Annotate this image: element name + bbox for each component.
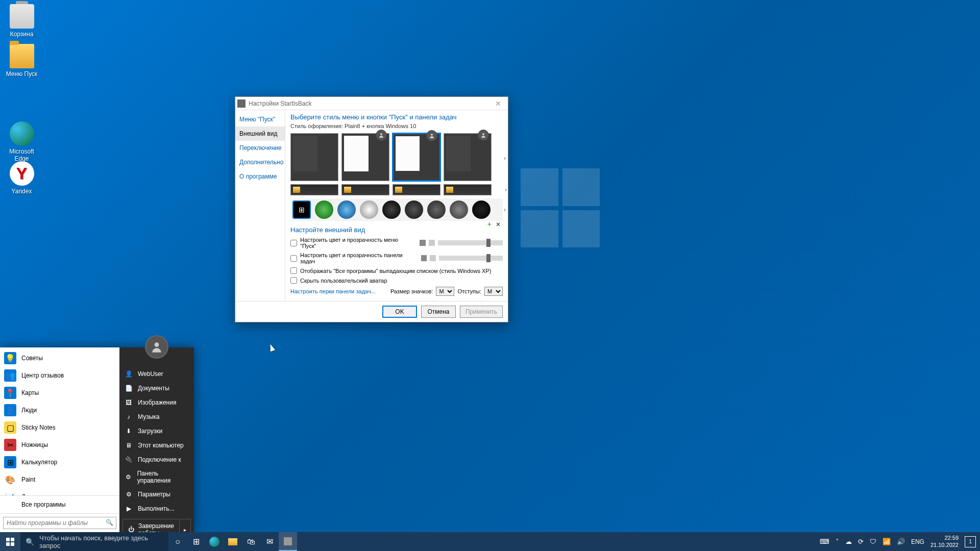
checkbox-xp-style[interactable] <box>290 267 297 274</box>
svg-rect-4 <box>6 538 10 541</box>
start-right-item[interactable]: ⬇Загрузки <box>119 424 194 438</box>
orb-dark3[interactable] <box>427 201 446 219</box>
start-right-item[interactable]: ⚙Панель управления <box>119 467 194 487</box>
checkbox-menu-color[interactable] <box>290 240 297 246</box>
desktop-icon-recycle-bin[interactable]: Корзина <box>3 4 41 38</box>
tray-clock[interactable]: 22:59 21.10.2022 <box>930 535 959 548</box>
start-app-item[interactable]: 📊Диспетчер задач <box>0 488 119 495</box>
taskbar-next-arrow[interactable]: › <box>505 186 507 193</box>
start-app-item[interactable]: 🎨Paint <box>0 471 119 488</box>
taskbar-explorer[interactable] <box>224 532 242 551</box>
start-app-item[interactable]: 👥Центр отзывов <box>0 367 119 384</box>
dialog-titlebar[interactable]: Настройки StartIsBack ✕ <box>235 97 508 110</box>
start-app-item[interactable]: ✂Ножницы <box>0 436 119 454</box>
start-app-item[interactable]: ▢Sticky Notes <box>0 419 119 436</box>
pc-icon: 🖥 <box>125 441 133 449</box>
orb-win7[interactable] <box>337 201 356 219</box>
orb-white[interactable] <box>360 201 378 219</box>
all-programs-item[interactable]: Все программы <box>0 495 119 513</box>
dialog-nav-item[interactable]: Меню "Пуск" <box>235 112 285 127</box>
start-app-item[interactable]: 📍Карты <box>0 384 119 402</box>
checkbox-taskbar-color[interactable] <box>290 255 297 262</box>
tray-input-indicator[interactable]: ⌨ <box>820 538 829 545</box>
ok-button[interactable]: OK <box>382 306 417 318</box>
style-next-arrow[interactable]: › <box>503 154 507 163</box>
icon-size-select[interactable]: M <box>436 287 454 296</box>
desktop-icon-yandex[interactable]: Y Yandex <box>3 161 41 195</box>
color-swatch-1b[interactable] <box>429 240 435 246</box>
taskbar-thumb-1[interactable] <box>290 184 338 195</box>
task-view-button[interactable]: ⊞ <box>187 532 205 551</box>
opt-hide-avatar: Скрыть пользовательский аватар <box>290 277 503 284</box>
tray-updates-icon[interactable]: ⟳ <box>858 538 864 545</box>
close-button[interactable]: ✕ <box>491 99 506 108</box>
slider-taskbar-opacity[interactable] <box>439 256 503 261</box>
start-right-item[interactable]: 🖥Этот компьютер <box>119 438 194 453</box>
taskbar-perks-link[interactable]: Настроить перки панели задач... <box>290 288 376 294</box>
start-app-item[interactable]: 💡Советы <box>0 349 119 367</box>
indent-select[interactable]: M <box>484 287 503 296</box>
dialog-nav-item[interactable]: Дополнительно <box>235 155 285 169</box>
user-avatar[interactable] <box>145 335 168 359</box>
tray-network-icon[interactable]: 📶 <box>883 538 891 545</box>
start-search-box[interactable]: 🔍 <box>0 513 119 532</box>
orb-dark2[interactable] <box>405 201 423 219</box>
start-right-item[interactable]: 🔌Подключение к <box>119 453 194 467</box>
dialog-nav-item[interactable]: О программе <box>235 169 285 184</box>
orb-win10[interactable]: ⊞ <box>292 201 311 219</box>
orb-green[interactable] <box>315 201 333 219</box>
system-tray: ⌨ ˄ ☁ ⟳ 🛡 📶 🔊 ENG 22:59 21.10.2022 1 <box>816 532 980 551</box>
desktop-icon-edge[interactable]: Microsoft Edge <box>3 121 41 162</box>
app-label: Калькулятор <box>21 459 115 466</box>
tray-chevron-up[interactable]: ˄ <box>836 538 839 545</box>
tray-language[interactable]: ENG <box>911 538 924 545</box>
checkbox-hide-avatar[interactable] <box>290 277 297 284</box>
taskbar-edge[interactable] <box>205 532 224 551</box>
start-right-item[interactable]: 📄Документы <box>119 381 194 395</box>
style-thumb-3[interactable] <box>393 133 440 181</box>
orb-next-arrow[interactable]: › <box>504 206 506 213</box>
taskbar-thumb-3[interactable] <box>393 184 440 195</box>
desktop-icon-start-folder[interactable]: Меню Пуск <box>3 44 41 78</box>
taskbar-search[interactable]: 🔍 Чтобы начать поиск, введите здесь запр… <box>20 532 168 551</box>
taskbar-store[interactable]: 🛍 <box>242 532 260 551</box>
orb-gray[interactable] <box>450 201 468 219</box>
cortana-button[interactable]: ○ <box>168 532 187 551</box>
taskbar-mail[interactable]: ✉ <box>260 532 279 551</box>
right-item-label: Выполнить... <box>138 505 175 512</box>
start-button[interactable] <box>0 532 20 551</box>
taskbar-thumb-2[interactable] <box>341 184 389 195</box>
action-center-button[interactable]: 1 <box>965 536 976 547</box>
color-swatch-2a[interactable] <box>421 255 427 261</box>
right-item-label: Подключение к <box>138 456 181 463</box>
apply-button[interactable]: Применить <box>460 306 503 318</box>
cancel-button[interactable]: Отмена <box>421 306 456 318</box>
dialog-nav-item[interactable]: Внешний вид <box>235 127 285 141</box>
start-search-input[interactable] <box>3 517 116 529</box>
orb-remove[interactable]: ✕ <box>496 221 501 228</box>
start-right-item[interactable]: 🖼Изображения <box>119 395 194 410</box>
start-right-item[interactable]: ♪Музыка <box>119 410 194 424</box>
style-thumb-1[interactable] <box>290 133 338 181</box>
color-swatch-2b[interactable] <box>430 255 436 261</box>
start-app-item[interactable]: ⊞Калькулятор <box>0 454 119 471</box>
search-icon: 🔍 <box>106 519 113 526</box>
orb-add[interactable]: + <box>487 220 492 228</box>
tray-security-icon[interactable]: 🛡 <box>870 538 876 545</box>
orb-dark1[interactable] <box>382 201 401 219</box>
taskbar-thumb-4[interactable] <box>444 184 492 195</box>
color-swatch-1a[interactable] <box>420 240 426 246</box>
start-right-item[interactable]: ⚙Параметры <box>119 487 194 502</box>
tray-onedrive-icon[interactable]: ☁ <box>845 538 852 545</box>
style-thumb-2[interactable] <box>341 133 389 181</box>
start-app-item[interactable]: 👤Люди <box>0 402 119 419</box>
dialog-nav-item[interactable]: Переключение <box>235 141 285 155</box>
start-right-item[interactable]: 👤WebUser <box>119 367 194 381</box>
orb-black[interactable] <box>472 201 491 219</box>
style-thumb-4[interactable] <box>444 133 492 181</box>
start-right-item[interactable]: ▶Выполнить... <box>119 502 194 516</box>
dialog-icon <box>237 99 246 108</box>
taskbar-settings-app[interactable] <box>279 532 297 551</box>
tray-volume-icon[interactable]: 🔊 <box>897 538 905 545</box>
slider-menu-opacity[interactable] <box>438 240 503 245</box>
